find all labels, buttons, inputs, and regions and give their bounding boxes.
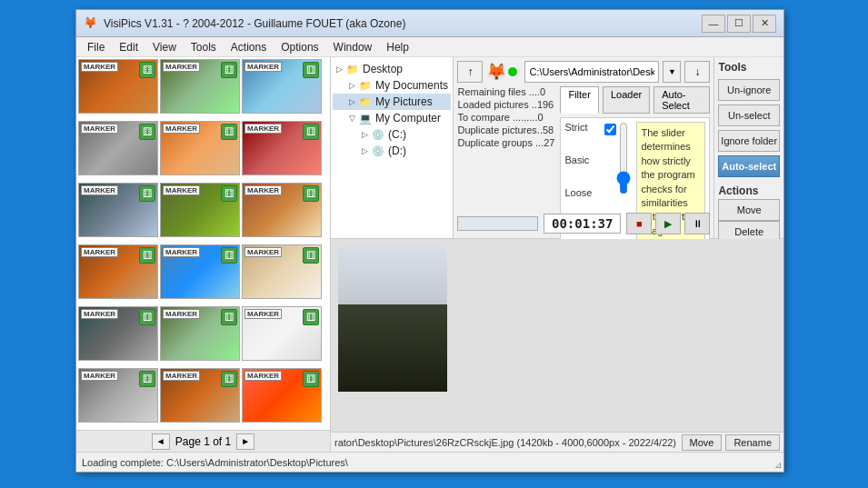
thumbnail-item[interactable]: MARKER: [242, 183, 322, 237]
page-next-button[interactable]: ►: [236, 433, 254, 450]
thumbnail-item[interactable]: MARKER: [78, 244, 158, 299]
preview-area: [331, 239, 783, 432]
right-panel: ▷ 📁 Desktop ▷ 📁 My Documents ▷ 📁 My Pict…: [331, 57, 783, 452]
ignore-folder-button[interactable]: Ignore folder: [718, 130, 780, 152]
tab-auto-select[interactable]: Auto-Select: [653, 86, 710, 114]
tree-item-my-pictures[interactable]: ▷ 📁 My Pictures: [333, 94, 451, 110]
dice-icon: [221, 62, 237, 78]
file-tree[interactable]: ▷ 📁 Desktop ▷ 📁 My Documents ▷ 📁 My Pict…: [331, 57, 454, 238]
minimize-button[interactable]: —: [702, 15, 725, 33]
maximize-button[interactable]: ☐: [727, 15, 751, 33]
thumbnail-item[interactable]: MARKER: [78, 368, 158, 423]
tab-filter[interactable]: Filter: [560, 86, 598, 114]
slider-track-area[interactable]: [618, 122, 629, 194]
thumbnail-item[interactable]: MARKER: [242, 368, 322, 423]
thumbnail-item[interactable]: MARKER: [160, 59, 240, 114]
pause-button[interactable]: ⏸: [684, 213, 710, 234]
menu-help[interactable]: Help: [379, 39, 416, 55]
marker-label: MARKER: [244, 309, 282, 319]
thumbnail-item[interactable]: MARKER: [160, 306, 240, 361]
dice-icon: [139, 247, 155, 264]
stats-column: Remaining files ....0 Loaded pictures ..…: [457, 86, 554, 209]
tree-label-my-documents: My Documents: [375, 79, 448, 92]
close-button[interactable]: ✕: [753, 15, 776, 33]
menu-file[interactable]: File: [80, 39, 112, 55]
tree-toggle-d[interactable]: ▷: [358, 144, 371, 157]
dice-icon: [221, 185, 237, 202]
tree-item-my-computer[interactable]: ▽ 💻 My Computer: [333, 110, 451, 126]
tree-item-my-documents[interactable]: ▷ 📁 My Documents: [333, 77, 451, 94]
menu-tools[interactable]: Tools: [184, 39, 224, 55]
nav-up-button[interactable]: ↑: [457, 61, 483, 83]
path-bar: ↑ 🦊 ▼ ↓: [457, 61, 710, 83]
marker-label: MARKER: [163, 185, 200, 195]
tab-loader[interactable]: Loader: [603, 86, 650, 114]
label-strict: Strict: [564, 122, 592, 133]
menu-view[interactable]: View: [145, 39, 184, 55]
similarity-slider[interactable]: [618, 122, 629, 194]
title-bar-buttons: — ☐ ✕: [702, 15, 776, 33]
tree-item-desktop[interactable]: ▷ 📁 Desktop: [333, 61, 451, 77]
folder-icon: 📁: [358, 95, 373, 109]
tree-toggle-desktop[interactable]: ▷: [333, 63, 345, 75]
thumbnail-item[interactable]: MARKER: [160, 368, 240, 423]
thumbnail-item[interactable]: MARKER: [242, 244, 322, 299]
path-dropdown-button[interactable]: ▼: [663, 61, 681, 83]
thumbnail-grid[interactable]: MARKER MARKER MARKER MARKER MARKER: [76, 57, 330, 430]
menu-edit[interactable]: Edit: [112, 39, 145, 55]
thumbnail-item[interactable]: MARKER: [160, 244, 240, 299]
thumbnail-item[interactable]: MARKER: [78, 183, 158, 237]
folder-icon: 📁: [345, 62, 360, 76]
play-button[interactable]: ▶: [655, 213, 681, 234]
tree-toggle-pics[interactable]: ▷: [345, 95, 358, 108]
marker-label: MARKER: [244, 247, 282, 257]
dice-icon: [139, 124, 155, 140]
thumbnail-item[interactable]: MARKER: [160, 121, 240, 175]
preview-image: [338, 246, 447, 392]
thumbnail-item[interactable]: MARKER: [242, 121, 322, 175]
tree-item-d-drive[interactable]: ▷ 💿 (D:): [333, 143, 451, 159]
tree-toggle-c[interactable]: ▷: [358, 128, 371, 141]
timer-display: 00:01:37: [544, 214, 621, 234]
drive-icon: 💿: [371, 144, 385, 158]
filter-checkbox[interactable]: [604, 124, 616, 135]
playback-controls: ■ ▶ ⏸: [626, 213, 710, 234]
move-button[interactable]: Move: [718, 199, 780, 221]
thumbnail-item[interactable]: MARKER: [78, 59, 158, 114]
tree-item-c-drive[interactable]: ▷ 💿 (C:): [333, 126, 451, 143]
stat-duplicates: Duplicate pictures..58: [457, 124, 554, 135]
top-area: ▷ 📁 Desktop ▷ 📁 My Documents ▷ 📁 My Pict…: [331, 57, 783, 239]
menu-options[interactable]: Options: [274, 39, 325, 55]
stop-button[interactable]: ■: [626, 213, 652, 234]
menu-window[interactable]: Window: [326, 39, 380, 55]
tree-label-my-computer: My Computer: [375, 112, 441, 124]
thumbnail-item[interactable]: MARKER: [160, 183, 240, 237]
page-prev-button[interactable]: ◄: [152, 433, 170, 450]
menu-actions[interactable]: Actions: [224, 39, 274, 55]
actions-title: Actions: [718, 184, 780, 197]
title-bar-text: VisiPics V1.31 - ? 2004-2012 - Guillaume…: [104, 17, 702, 30]
timer-area: 00:01:37 ■ ▶ ⏸: [457, 213, 710, 234]
thumbnail-item[interactable]: MARKER: [242, 59, 322, 114]
controls-area: ↑ 🦊 ▼ ↓ Remaining files ....0: [454, 57, 713, 238]
thumbnail-item[interactable]: MARKER: [78, 121, 158, 175]
tree-toggle-computer[interactable]: ▽: [345, 112, 358, 124]
marker-label: MARKER: [163, 371, 200, 381]
thumbnail-item[interactable]: MARKER: [78, 306, 158, 361]
file-move-button[interactable]: Move: [682, 434, 723, 451]
dice-icon: [303, 371, 319, 387]
tree-label-d-drive: (D:): [388, 144, 406, 157]
dice-icon: [303, 62, 319, 78]
file-rename-button[interactable]: Rename: [725, 434, 780, 451]
auto-select-button[interactable]: Auto-select: [718, 155, 780, 177]
slider-container: [604, 122, 629, 194]
un-ignore-button[interactable]: Un-ignore: [718, 79, 780, 101]
nav-down-button[interactable]: ↓: [684, 61, 710, 83]
menu-bar: File Edit View Tools Actions Options Win…: [76, 37, 783, 57]
thumbnail-item[interactable]: MARKER: [242, 306, 322, 361]
path-input[interactable]: [524, 61, 659, 83]
un-select-button[interactable]: Un-select: [718, 105, 780, 126]
marker-label: MARKER: [163, 247, 200, 257]
dice-icon: [221, 371, 237, 387]
tree-toggle-docs[interactable]: ▷: [345, 79, 358, 92]
